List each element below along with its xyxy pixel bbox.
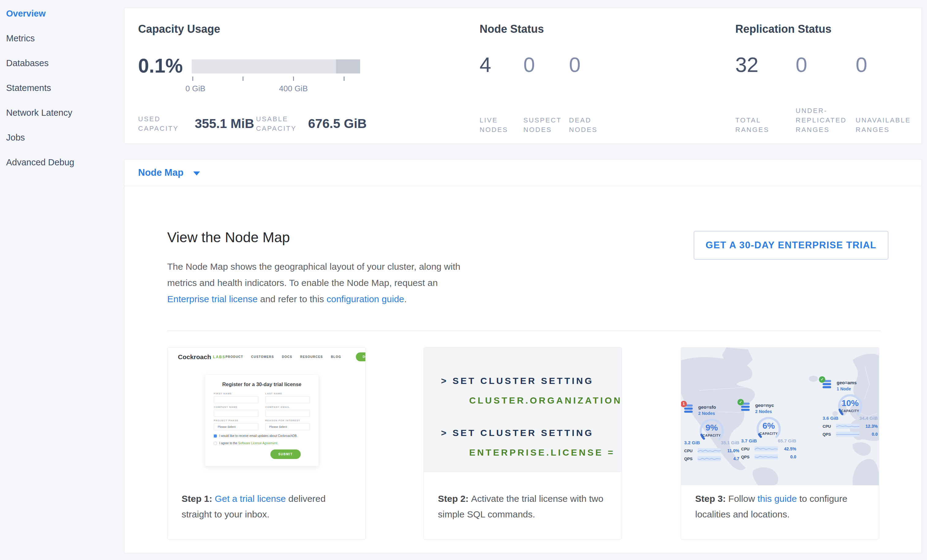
locality-name: geo=sfo	[698, 404, 716, 410]
last-name-field	[265, 396, 310, 403]
locality-name: geo=nyc	[755, 403, 774, 408]
sql-commands-illustration: > SET CLUSTER SETTING CLUSTER.ORGANIZATI…	[424, 348, 622, 472]
locality-node-count: 1 Node	[837, 386, 857, 391]
capacity-axis-tick	[293, 77, 294, 81]
mini-nav-docs: DOCS	[282, 355, 292, 358]
enterprise-trial-button[interactable]: GET A 30-DAY ENTERPRISE TRIAL	[694, 231, 888, 260]
step-1-caption: Step 1: Get a trial license delivered st…	[182, 491, 354, 522]
used-capacity-label: USED CAPACITY	[138, 114, 188, 133]
sidebar: Overview Metrics Databases Statements Ne…	[0, 0, 124, 560]
live-nodes-value: 4	[480, 53, 491, 77]
locality-marker-ams: ✓ geo=ams 1 Node 10%	[822, 380, 878, 437]
step-2-caption: Step 2: Activate the trial license with …	[438, 491, 610, 522]
qps-label: QPS	[741, 455, 752, 459]
company-email-label: COMPANY EMAIL	[265, 406, 310, 408]
mini-nav-resources: RESOURCES	[300, 355, 323, 358]
healthy-badge-icon: ✓	[819, 376, 825, 383]
mini-nav-product: PRODUCT	[225, 355, 243, 358]
email-updates-text: I would like to receive email updates ab…	[219, 434, 298, 437]
mini-nav-customers: CUSTOMERS	[251, 355, 274, 358]
cpu-sparkline	[698, 448, 721, 453]
reason-for-interest-label: REASON FOR INTEREST	[265, 419, 310, 422]
enterprise-trial-license-link[interactable]: Enterprise trial license	[167, 294, 258, 304]
capacity-gauge: 9% CAPACITY	[698, 417, 726, 445]
suspect-nodes-label: SUSPECT NODES	[523, 115, 560, 134]
description-text: .	[404, 294, 407, 304]
page-title: View the Node Map	[167, 229, 290, 246]
capacity-axis-tick	[343, 77, 345, 81]
mini-download-button: DOWNLOAD	[356, 352, 365, 361]
software-license-agreement-link: Software License Agreement.	[238, 442, 278, 445]
sidebar-item-advanced-debug[interactable]: Advanced Debug	[0, 152, 124, 177]
qps-value: 0.0	[872, 432, 878, 437]
qps-sparkline	[836, 432, 859, 437]
step-3-caption: Step 3: Follow this guide to configure l…	[695, 491, 867, 522]
configuration-guide-link[interactable]: configuration guide	[327, 294, 404, 304]
qps-label: QPS	[684, 457, 695, 461]
sql-setting-line: ENTERPRISE.LICENSE =	[469, 447, 622, 458]
usable-capacity-label: USABLE CAPACITY	[256, 114, 302, 133]
project-phase-select: Please Select	[214, 423, 258, 430]
under-replicated-ranges-value: 0	[796, 53, 807, 77]
database-stack-icon: ✓	[741, 403, 752, 415]
mini-nav-blog: BLOG	[331, 355, 341, 358]
step-3-card: 1 geo=sfo 2 Nodes 9%	[681, 347, 879, 539]
cpu-sparkline	[836, 424, 859, 429]
healthy-badge-icon: ✓	[737, 399, 744, 405]
capacity-usage-title: Capacity Usage	[138, 23, 220, 35]
qps-sparkline	[755, 454, 778, 459]
live-nodes-label: LIVE NODES	[480, 115, 516, 134]
sidebar-item-network-latency[interactable]: Network Latency	[0, 103, 124, 127]
mini-form-title: Register for a 30-day trial license	[214, 381, 310, 387]
step-2-card: > SET CLUSTER SETTING CLUSTER.ORGANIZATI…	[424, 347, 622, 539]
node-status-title: Node Status	[480, 23, 544, 35]
dead-nodes-label: DEAD NODES	[569, 115, 606, 134]
get-trial-license-link[interactable]: Get a trial license	[215, 493, 286, 504]
unavailable-ranges-label: UNAVAILABLE RANGES	[856, 115, 912, 134]
trial-license-form: Register for a 30-day trial license FIRS…	[205, 375, 319, 466]
section-divider	[167, 331, 881, 331]
suspect-nodes-value: 0	[523, 53, 535, 77]
sidebar-item-metrics[interactable]: Metrics	[0, 29, 124, 53]
email-updates-checkbox	[214, 434, 217, 437]
database-stack-icon: ✓	[822, 380, 833, 392]
usable-capacity-value: 676.5 GiB	[308, 116, 366, 131]
sql-prompt-line: > SET CLUSTER SETTING	[441, 376, 622, 386]
mini-submit-button: SUBMIT	[271, 449, 301, 459]
company-email-field	[265, 410, 310, 417]
capacity-axis-label-400: 400 GiB	[279, 84, 308, 93]
sidebar-item-jobs[interactable]: Jobs	[0, 127, 124, 152]
first-name-label: FIRST NAME	[214, 392, 258, 395]
sql-prompt-line: > SET CLUSTER SETTING	[441, 428, 622, 438]
locality-node-count: 2 Nodes	[755, 409, 774, 414]
project-phase-label: PROJECT PHASE	[214, 419, 258, 422]
capacity-label: CAPACITY	[836, 409, 864, 413]
qps-label: QPS	[822, 432, 834, 437]
sidebar-item-databases[interactable]: Databases	[0, 53, 124, 78]
chevron-down-icon[interactable]	[193, 171, 200, 175]
node-map-view-dropdown[interactable]: Node Map	[138, 167, 184, 178]
locality-marker-nyc: ✓ geo=nyc 2 Nodes 6%	[741, 403, 796, 459]
replication-status-title: Replication Status	[735, 23, 831, 35]
license-agreement-checkbox	[214, 442, 217, 445]
capacity-used-percent: 0.1%	[138, 55, 183, 77]
capacity-axis-tick	[243, 77, 243, 81]
database-stack-icon: 1	[684, 404, 694, 417]
cpu-label: CPU	[822, 424, 834, 429]
sql-setting-line: CLUSTER.ORGANIZATION =	[469, 395, 622, 406]
cpu-label: CPU	[684, 449, 695, 453]
this-guide-link[interactable]: this guide	[757, 493, 796, 504]
step-1-card: Cockroach LABS PRODUCT CUSTOMERS DOCS RE…	[167, 347, 366, 539]
company-name-label: COMPANY NAME	[214, 406, 258, 408]
capacity-label: CAPACITY	[698, 434, 726, 437]
db-console-overview-page: Overview Metrics Databases Statements Ne…	[0, 0, 927, 560]
sidebar-item-statements[interactable]: Statements	[0, 78, 124, 103]
cpu-sparkline	[755, 446, 778, 451]
view-selector-bar: Node Map	[124, 159, 922, 186]
company-name-field	[214, 410, 258, 417]
capacity-percent: 9%	[698, 423, 726, 433]
locality-marker-sfo: 1 geo=sfo 2 Nodes 9%	[684, 404, 739, 461]
cluster-summary-panel: Capacity Usage 0.1% 0 GiB 400 GiB USED C…	[124, 8, 922, 144]
sidebar-item-overview[interactable]: Overview	[0, 4, 124, 29]
capacity-gauge: 6% CAPACITY	[755, 415, 783, 443]
